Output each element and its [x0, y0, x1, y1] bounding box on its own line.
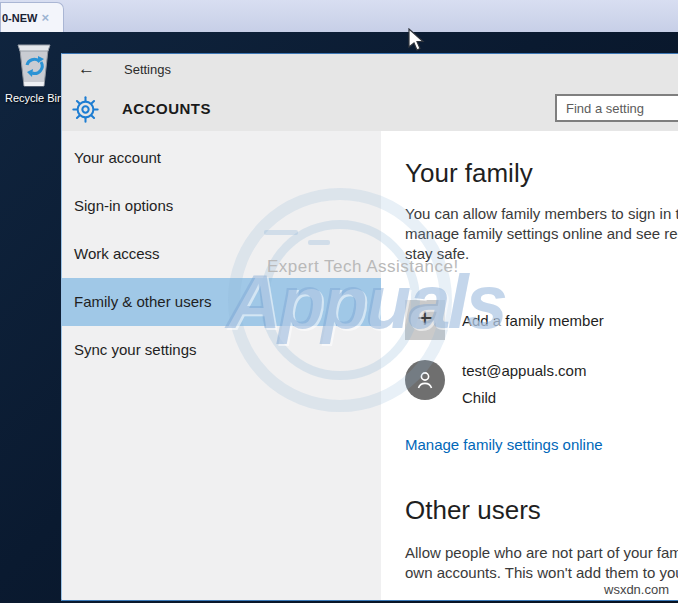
recycle-bin-shortcut[interactable]: Recycle Bin	[2, 38, 66, 104]
user-avatar-icon	[405, 360, 445, 400]
page-title: ACCOUNTS	[122, 100, 211, 117]
sidebar-item-your-account[interactable]: Your account	[62, 134, 381, 182]
sidebar: Your account Sign-in options Work access…	[62, 131, 381, 600]
recycle-bin-label: Recycle Bin	[2, 92, 66, 104]
browser-tab-title: 0-NEW	[2, 12, 37, 24]
family-member-item[interactable]: test@appuals.com Child	[405, 360, 678, 406]
sidebar-item-sync-your-settings[interactable]: Sync your settings	[62, 326, 381, 374]
back-button[interactable]: ←	[78, 59, 95, 79]
sidebar-item-family-other-users[interactable]: Family & other users	[62, 278, 381, 326]
tab-close-icon[interactable]: ×	[41, 11, 49, 24]
family-section-title: Your family	[405, 158, 678, 188]
sidebar-item-sign-in-options[interactable]: Sign-in options	[62, 182, 381, 230]
plus-icon: +	[405, 300, 445, 340]
other-users-section-title: Other users	[405, 495, 678, 525]
manage-family-settings-link[interactable]: Manage family settings online	[405, 436, 603, 453]
accounts-gear-icon	[72, 96, 99, 127]
settings-window: ← Settings ACCOUNTS Your ac	[61, 53, 678, 601]
browser-tab-bar: 0-NEW ×	[0, 0, 678, 32]
sidebar-item-work-access[interactable]: Work access	[62, 230, 381, 278]
window-header: ← Settings ACCOUNTS	[62, 54, 678, 131]
content-pane: Your family You can allow family members…	[381, 131, 678, 600]
window-body: Your account Sign-in options Work access…	[62, 131, 678, 600]
member-email: test@appuals.com	[462, 362, 586, 379]
add-family-member-button[interactable]: + Add a family member	[405, 300, 678, 340]
recycle-bin-icon	[13, 38, 55, 90]
family-section-description: You can allow family members to sign in …	[405, 204, 678, 264]
search-input[interactable]	[555, 94, 678, 122]
browser-tab[interactable]: 0-NEW ×	[0, 2, 64, 32]
other-users-description: Allow people who are not part of your fa…	[405, 543, 678, 583]
add-family-member-label: Add a family member	[462, 312, 604, 329]
member-role: Child	[462, 389, 586, 406]
window-title: Settings	[124, 62, 171, 77]
screen: 0-NEW × Recycle Bin ← Settings	[0, 0, 678, 603]
